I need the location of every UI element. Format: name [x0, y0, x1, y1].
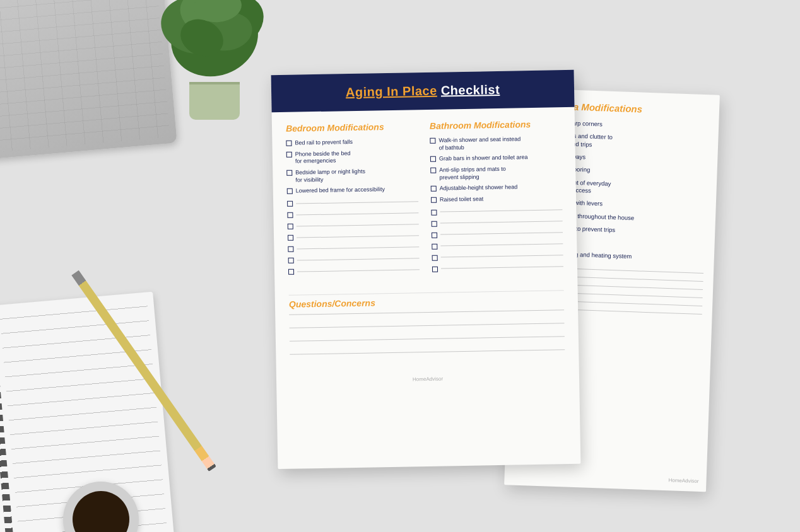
- bedroom-section: Bedroom Modifications Bed rail to preven…: [286, 121, 420, 280]
- question-line-1: [289, 309, 564, 315]
- bathroom-item-2: Grab bars in shower and toilet area: [430, 154, 562, 163]
- bedroom-item-2: Phone beside the bedfor emergencies: [286, 149, 418, 166]
- bedroom-item-4: Lowered bed frame for accessibility: [287, 186, 418, 195]
- checkbox-b5: [431, 197, 437, 203]
- checkbox-b2: [430, 156, 436, 162]
- bath-blank-2: [432, 218, 563, 227]
- bedroom-title: Bedroom Modifications: [286, 121, 417, 134]
- bedroom-item-3: Bedside lamp or night lightsfor visibili…: [286, 167, 418, 184]
- checkbox-2: [286, 151, 292, 157]
- blank-line-7: [288, 266, 420, 275]
- doc-header: Aging In Place Checklist: [271, 70, 575, 112]
- blank-line-1: [287, 198, 418, 207]
- checkbox-4: [287, 188, 293, 194]
- blank-line-6: [288, 255, 420, 263]
- bathroom-item-1: Walk-in shower and seat insteadof bathtu…: [430, 135, 561, 152]
- homeadvisor-logo-main: HomeAdvisor: [413, 376, 443, 383]
- question-line-4: [290, 349, 565, 355]
- bathroom-item-4: Adjustable-height shower head: [431, 183, 562, 193]
- checkbox-1: [286, 141, 291, 146]
- homeadvisor-logo-secondary: HomeAdvisor: [668, 477, 698, 484]
- questions-title: Questions/Concerns: [289, 294, 564, 309]
- blank-line-3: [288, 221, 419, 229]
- bedroom-item-1: Bed rail to prevent falls: [286, 137, 417, 147]
- checkbox-b4: [431, 186, 437, 192]
- checkbox-b1: [430, 138, 435, 144]
- bathroom-section: Bathroom Modifications Walk-in shower an…: [430, 119, 563, 277]
- keyboard: [0, 0, 177, 159]
- checkbox-b3: [430, 168, 436, 173]
- checkbox-3: [286, 170, 292, 176]
- bath-blank-1: [431, 207, 562, 216]
- plant-leaves: [158, 0, 271, 88]
- questions-section: Questions/Concerns: [275, 290, 579, 375]
- bath-blank-5: [432, 252, 563, 261]
- blank-line-2: [287, 209, 418, 218]
- question-line-3: [290, 336, 565, 342]
- blank-line-4: [288, 232, 419, 241]
- bath-blank-6: [432, 263, 563, 272]
- bathroom-item-5: Raised toilet seat: [431, 194, 562, 204]
- main-document: Aging In Place Checklist Bedroom Modific…: [271, 70, 581, 469]
- bathroom-title: Bathroom Modifications: [430, 119, 561, 131]
- plant: [151, 0, 278, 120]
- doc-body: Bedroom Modifications Bed rail to preven…: [272, 107, 578, 291]
- doc-title: Aging In Place Checklist: [284, 81, 562, 101]
- question-line-2: [290, 323, 565, 328]
- bathroom-item-3: Anti-slip strips and mats toprevent slip…: [430, 165, 562, 182]
- bath-blank-4: [432, 241, 563, 250]
- blank-line-5: [288, 243, 419, 252]
- secondary-doc-footer: HomeAdvisor: [661, 473, 707, 489]
- bath-blank-3: [432, 229, 563, 238]
